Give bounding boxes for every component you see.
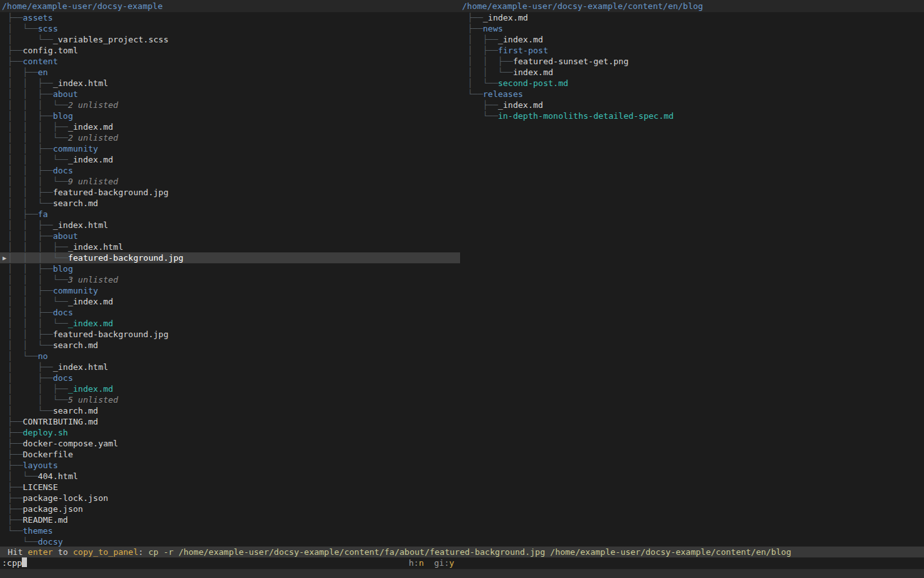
left-panel-path: /home/example-user/docsy-example [0,0,460,12]
tree-branch: ├── [8,57,22,66]
tree-row[interactable]: └──docsy [0,536,460,547]
right-panel: /home/example-user/docsy-example/content… [460,0,924,547]
tree-branch: │ │ │ └── [8,100,68,110]
tree-row[interactable]: │ ├──en [0,67,460,78]
node-name: config.toml [22,46,78,55]
tree-row[interactable]: ├──README.md [0,514,460,525]
tree-row[interactable]: │ │ ├──_index.html [0,78,460,89]
tree-row[interactable]: │ │ ├──featured-sunset-get.png [460,56,924,67]
tree-row[interactable]: ├──_index.md [460,12,924,23]
tree-row[interactable]: │ │ └──index.md [460,67,924,78]
tree-row[interactable]: │ │ ├──about [0,89,460,100]
tree-branch: │ │ ├── [468,57,513,66]
tree-row[interactable]: │ │ ├──about [0,231,460,241]
node-name: blog [53,111,73,121]
tree-row[interactable]: │ └──scss [0,23,460,34]
node-name: featured-background.jpg [53,188,168,197]
tree-row[interactable]: │ │ ├──_index.md [0,383,460,394]
tree-row[interactable]: │ └──second-post.md [460,78,924,89]
tree-row[interactable]: ├──deploy.sh [0,427,460,438]
tree-row[interactable]: └──in-depth-monoliths-detailed-spec.md [460,110,924,121]
node-name: _index.md [498,35,543,44]
tree-branch: │ │ ├── [8,384,68,394]
tree-row[interactable]: ├──config.toml [0,45,460,56]
node-name: Dockerfile [22,450,73,459]
tree-row[interactable]: │ │ ├──featured-background.jpg [0,329,460,340]
tree-row[interactable]: │ │ │ ├──_index.html [0,241,460,252]
tree-row[interactable]: │ ├──docs [0,372,460,383]
flag-gitignore: gi:y [434,558,454,568]
tree-row[interactable]: │ │ ├──_index.html [0,220,460,231]
node-name: CONTRIBUTING.md [22,417,98,426]
tree-row[interactable]: │ │ ├──community [0,143,460,154]
tree-row[interactable]: │ │ │ └──_index.md [0,154,460,165]
selection-pointer-icon: ▶ [3,253,6,263]
tree-row[interactable]: │ ├──fa [0,209,460,220]
tree-row[interactable]: ├──docker-compose.yaml [0,438,460,449]
tree-row[interactable]: │ │ ├──docs [0,165,460,176]
tree-row[interactable]: │ ├──_index.md [460,34,924,45]
tree-row[interactable]: ├──assets [0,12,460,23]
tree-row[interactable]: │ └──_variables_project.scss [0,34,460,45]
node-name: content [22,57,58,66]
node-name: _index.html [53,362,108,372]
tree-row[interactable]: │ │ │ └──_index.md [0,318,460,329]
status-to: to [53,547,73,557]
tree-row[interactable]: └──releases [460,89,924,100]
tree-row[interactable]: ├──package-lock.json [0,493,460,504]
tree-branch: ├── [8,46,22,55]
command-input-value[interactable]: :cpp [0,558,22,568]
tree-branch: │ │ ├── [8,166,53,175]
tree-row[interactable]: ├──layouts [0,460,460,471]
tree-row[interactable]: └──themes [0,525,460,536]
tree-branch: │ │ │ └── [8,275,68,285]
tree-row[interactable]: │ │ └──5 unlisted [0,394,460,405]
tree-row[interactable]: │ └──no [0,351,460,362]
tree-row[interactable]: │ │ │ └──9 unlisted [0,176,460,187]
tree-branch: │ │ └── [8,198,53,208]
tree-row[interactable]: ├──LICENSE [0,482,460,493]
tree-branch: ├── [468,24,483,33]
tree-row[interactable]: │ │ │ └──2 unlisted [0,100,460,110]
tree-row[interactable]: │ │ └──search.md [0,340,460,351]
tree-row[interactable]: │ │ └──search.md [0,198,460,209]
node-name: docs [53,308,73,317]
tree-row[interactable]: ├──package.json [0,504,460,514]
tree-branch: │ │ ├── [8,144,53,153]
tree-row[interactable]: │ │ ├──docs [0,307,460,318]
node-name: community [53,144,98,153]
command-input-bar[interactable]: :cpph:ngi:y [0,557,924,569]
tree-branch: │ │ │ └── [8,319,68,328]
node-name: _index.html [68,242,123,252]
tree-row[interactable]: │ └──search.md [0,405,460,416]
tree-row[interactable]: │ └──404.html [0,471,460,482]
tree-row[interactable]: ├──Dockerfile [0,449,460,460]
tree-branch: │ ├── [8,373,53,383]
tree-row[interactable]: ├──_index.md [460,100,924,110]
tree-branch: │ │ ├── [8,308,53,317]
tree-row[interactable]: ▶│ │ │ └──featured-background.jpg [0,252,460,263]
tree-row[interactable]: │ │ │ └──3 unlisted [0,274,460,285]
bottom-strip [0,569,924,578]
tree-row[interactable]: ├──news [460,23,924,34]
tree-row[interactable]: ├──content [0,56,460,67]
flag-hidden: h:n [409,558,424,568]
tree-row[interactable]: │ │ │ └──_index.md [0,296,460,307]
tree-row[interactable]: │ ├──_index.html [0,362,460,372]
tree-row[interactable]: │ │ ├──featured-background.jpg [0,187,460,198]
tree-row[interactable]: │ │ ├──blog [0,263,460,274]
tree-row[interactable]: │ │ ├──community [0,285,460,296]
tree-branch: ├── [8,439,22,448]
tree-branch: │ └── [468,78,498,88]
tree-row[interactable]: │ │ │ ├──_index.md [0,121,460,132]
node-name: search.md [53,198,98,208]
tree-row[interactable]: ├──CONTRIBUTING.md [0,416,460,427]
node-name: _index.md [483,13,527,22]
tree-row[interactable]: │ │ │ └──2 unlisted [0,132,460,143]
tree-row[interactable]: │ ├──first-post [460,45,924,56]
status-colon: : [139,547,149,557]
node-name: _index.md [498,100,543,110]
tree-row[interactable]: │ │ ├──blog [0,110,460,121]
node-name: _index.html [53,78,108,88]
tree-branch: │ │ ├── [8,188,53,197]
